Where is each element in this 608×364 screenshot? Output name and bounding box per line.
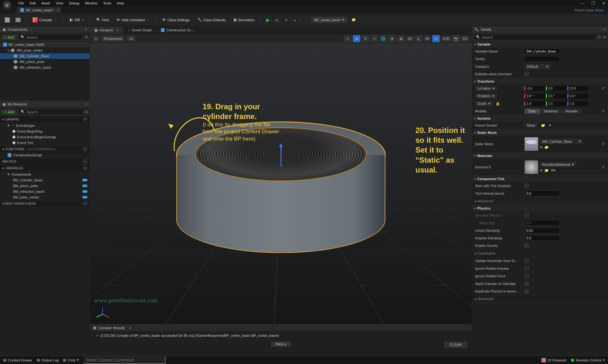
replicate-physics-checkbox[interactable]: ✓ [524, 289, 529, 293]
blueprint-dropdown[interactable]: BP_vortex_basin▾ [311, 17, 347, 23]
add-blueprint-button[interactable]: +Add [2, 110, 16, 115]
clear-button[interactable]: CLEAR [444, 342, 467, 348]
minimize-icon[interactable]: — [580, 1, 584, 6]
compile-button[interactable]: Compile⋮ [30, 16, 59, 24]
category-dropdown[interactable]: Default▾ [524, 64, 551, 69]
components-search[interactable]: 🔍Search [18, 34, 83, 40]
panel-close-icon[interactable]: × [603, 27, 605, 32]
material-dropdown[interactable]: WorldGridMaterial ▾ [540, 162, 576, 167]
apply-impulse-checkbox[interactable]: ✓ [524, 281, 529, 286]
section-component-tick[interactable]: ▾Component Tick [472, 176, 608, 182]
page-dropdown[interactable]: PAGE ▾ [271, 342, 291, 347]
unsaved-indicator[interactable]: 10 Unsaved [542, 358, 566, 362]
reset-icon[interactable]: ↺ [602, 86, 605, 91]
simulate-physics-checkbox[interactable] [524, 213, 529, 217]
reset-icon[interactable]: ↺ [602, 142, 605, 146]
tree-item[interactable]: SM_plane_polar [0, 59, 90, 65]
output-log-button[interactable]: ▤Output Log [37, 358, 59, 362]
variable-item[interactable]: SM_Cylinder_Base [0, 177, 90, 183]
play-button[interactable]: ▶ [265, 16, 271, 24]
event-item[interactable]: Event Tick [0, 140, 90, 146]
eventgraph-item[interactable]: ▾⁘EventGraph [0, 122, 90, 129]
add-icon[interactable]: + [83, 117, 87, 122]
camera-speed-value[interactable]: 0.2 [461, 36, 469, 41]
maximize-icon[interactable]: ❐ [591, 1, 595, 6]
details-search[interactable]: 🔍Search [474, 34, 596, 40]
browse-icon[interactable]: 📁 [541, 123, 545, 128]
cmd-button[interactable]: ▤Cmd ▾ [63, 358, 79, 362]
section-materials[interactable]: ▾Materials [472, 153, 608, 159]
angle-snap-value[interactable]: 45 [424, 36, 431, 41]
variable-item[interactable]: SM_polar_vortex [0, 194, 90, 200]
add-icon[interactable]: + [83, 159, 87, 164]
settings-icon[interactable]: ⚙▾ [551, 168, 556, 173]
constraints-toggle[interactable]: ▸ Constraints [475, 251, 524, 255]
mesh-thumbnail[interactable] [524, 137, 538, 151]
menu-tools[interactable]: Tools [103, 1, 111, 5]
angular-damping-input[interactable] [524, 235, 560, 241]
class-settings-button[interactable]: ⚙Class Settings [160, 16, 192, 23]
close-icon[interactable]: × [117, 28, 119, 32]
mobility-static[interactable]: Static [524, 109, 540, 114]
tab-event-graph[interactable]: ⁘Event Graph [123, 27, 156, 34]
pause-button[interactable]: ▶| [274, 16, 281, 23]
tree-root[interactable]: BP_vortex_basin (Self) [0, 42, 90, 47]
location-dropdown[interactable]: Location ▾ [475, 86, 497, 91]
scale-vector[interactable]: 1.01.01.0 [524, 101, 588, 106]
diff-button[interactable]: ◧Diff▾ [67, 16, 86, 23]
panel-close-icon[interactable]: × [85, 27, 87, 32]
angle-snap[interactable]: ∠ [415, 35, 422, 42]
select-tool[interactable]: ↖ [344, 35, 352, 42]
menu-help[interactable]: Help [117, 1, 124, 5]
menu-edit[interactable]: Edit [30, 1, 36, 5]
tab-viewport[interactable]: ▦Viewport× [90, 27, 123, 34]
hide-unrelated-button[interactable]: 👁Hide Unrelated⋮ [114, 17, 152, 23]
tick-enabled-checkbox[interactable]: ✓ [524, 184, 529, 188]
graphs-section[interactable]: ▾GRAPHS+ [0, 116, 90, 122]
event-item[interactable]: Event BeginPlay [0, 129, 90, 134]
eject-button[interactable]: ▲⋮ [291, 16, 303, 23]
viewport-3d[interactable]: 19. Drag in your cylinder frame. (I do t… [90, 43, 472, 324]
scale-dropdown[interactable]: Scale ▾ [475, 101, 493, 106]
rotation-dropdown[interactable]: Rotation ▾ [475, 93, 497, 99]
mobility-toggle[interactable]: StaticStationaryMovable [524, 109, 581, 114]
editable-checkbox[interactable]: ✓ [524, 72, 529, 76]
console-command-input[interactable] [83, 356, 166, 364]
variable-item[interactable]: SM_refraction_basin [0, 189, 90, 194]
scale-snap[interactable]: % [432, 35, 440, 42]
menu-window[interactable]: Window [85, 1, 97, 5]
class-defaults-button[interactable]: 🔧Class Defaults [195, 16, 228, 23]
parent-class-link[interactable]: Actor [595, 8, 604, 12]
find-button[interactable]: 🔍Find [94, 16, 111, 23]
tree-item-selected[interactable]: SM_Cylinder_Base [0, 53, 90, 59]
browse-icon[interactable]: 📁 [544, 145, 549, 149]
camera-speed[interactable]: 📷 [452, 35, 460, 42]
rotate-tool[interactable]: ↻ [362, 35, 369, 42]
kinematic-checkbox[interactable] [524, 259, 529, 263]
menu-asset[interactable]: Asset [41, 1, 50, 5]
myblueprint-search[interactable]: 🔍Search [18, 109, 83, 115]
tooltip-input[interactable] [524, 56, 560, 62]
linear-damping-input[interactable] [524, 228, 560, 233]
filter-icon[interactable]: ☰ [598, 35, 601, 39]
grid-snap[interactable]: ⊞ [397, 35, 405, 42]
section-variable[interactable]: ▾Variable [472, 41, 608, 47]
world-local-toggle[interactable]: 🌐 [379, 35, 387, 42]
menu-debug[interactable]: Debug [69, 1, 79, 5]
variable-item[interactable]: SM_plane_polar [0, 183, 90, 189]
mobility-movable[interactable]: Movable [562, 109, 581, 114]
static-mesh-dropdown[interactable]: SM_Cylinder_Base ▾ [540, 139, 583, 144]
mobility-stationary[interactable]: Stationary [540, 109, 562, 114]
location-vector[interactable]: -0.00.022.0 [524, 86, 588, 91]
radial-force-checkbox[interactable] [524, 274, 529, 278]
simulation-button[interactable]: ▦Simulation [231, 16, 257, 23]
reset-icon[interactable]: ↺ [602, 109, 605, 113]
close-icon[interactable]: ✕ [602, 1, 605, 6]
section-transform[interactable]: ▾Transform [472, 78, 608, 85]
parent-socket-input[interactable]: None [524, 123, 538, 128]
tree-item[interactable]: SM_refraction_basin [0, 65, 90, 70]
locate-button[interactable]: 📁 [350, 16, 358, 23]
viewport-menu[interactable]: ≡ [92, 36, 99, 41]
add-icon[interactable]: + [83, 201, 87, 206]
use-selected-icon[interactable]: ⟲ [540, 168, 542, 173]
